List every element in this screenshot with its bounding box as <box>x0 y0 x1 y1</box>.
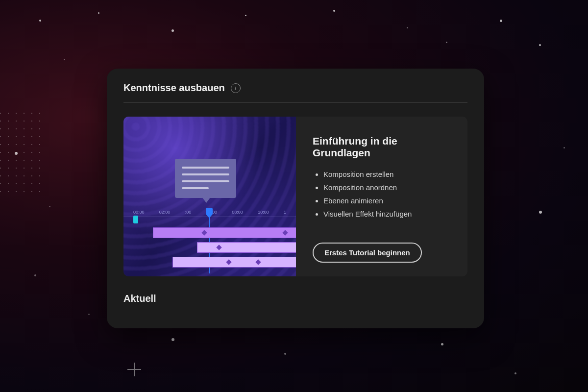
thumbnail-tooltip-tail <box>202 197 211 203</box>
bg-star <box>34 274 36 276</box>
timeline-tick: 10:00 <box>258 210 269 215</box>
timeline-start-marker <box>133 216 138 223</box>
bg-star <box>172 338 174 341</box>
bg-star <box>514 372 516 374</box>
bg-star <box>539 44 541 46</box>
tutorial-bullet: Komposition anordnen <box>323 181 451 194</box>
timeline-tick: 00:00 <box>133 210 145 215</box>
bg-star <box>39 20 41 22</box>
bg-star <box>98 12 99 14</box>
timeline-tick: :00 <box>185 210 192 215</box>
bg-dot-grid <box>0 113 49 201</box>
tutorial-thumbnail: 00:00 02:00 :00 06:00 08:00 10:00 1 <box>123 117 296 276</box>
bg-star <box>539 211 542 214</box>
bg-star <box>64 59 65 60</box>
timeline-playhead-icon <box>206 208 213 218</box>
timeline-track <box>153 227 296 238</box>
bg-star <box>172 29 174 32</box>
bg-star <box>446 42 447 43</box>
bg-star <box>245 15 246 16</box>
skills-card: Kenntnisse ausbauen i 00:00 02:00 :00 06… <box>107 69 484 328</box>
timeline-track <box>197 242 296 253</box>
card-header: Kenntnisse ausbauen i <box>123 82 467 103</box>
bg-star <box>49 206 50 207</box>
bg-star <box>564 147 565 148</box>
timeline-tick: 1 <box>284 210 286 215</box>
tutorial-card[interactable]: 00:00 02:00 :00 06:00 08:00 10:00 1 <box>123 117 467 276</box>
timeline-tick: 02:00 <box>159 210 171 215</box>
tutorial-title: Einführung in die Grundlagen <box>313 135 451 159</box>
card-title: Kenntnisse ausbauen <box>123 82 225 94</box>
tutorial-bullet-list: Komposition erstellen Komposition anordn… <box>313 168 451 220</box>
bg-star <box>284 353 286 355</box>
section-label-recent: Aktuell <box>123 293 467 304</box>
thumbnail-tooltip-icon <box>175 159 236 198</box>
bg-star <box>500 20 502 22</box>
timeline-track <box>172 257 296 268</box>
info-icon[interactable]: i <box>231 83 241 93</box>
tutorial-text-panel: Einführung in die Grundlagen Komposition… <box>296 117 467 276</box>
bg-plus-decoration <box>127 363 141 376</box>
thumbnail-timeline: 00:00 02:00 :00 06:00 08:00 10:00 1 <box>123 210 296 217</box>
info-icon-glyph: i <box>235 84 236 92</box>
bg-star <box>407 27 408 28</box>
bg-star <box>333 10 335 12</box>
bg-star <box>88 314 90 315</box>
bg-star <box>441 343 443 345</box>
tutorial-bullet: Ebenen animieren <box>323 194 451 207</box>
tutorial-bullet: Komposition erstellen <box>323 168 451 181</box>
start-tutorial-button[interactable]: Erstes Tutorial beginnen <box>313 243 422 263</box>
timeline-tick: 08:00 <box>232 210 243 215</box>
tutorial-bullet: Visuellen Effekt hinzufügen <box>323 207 451 220</box>
